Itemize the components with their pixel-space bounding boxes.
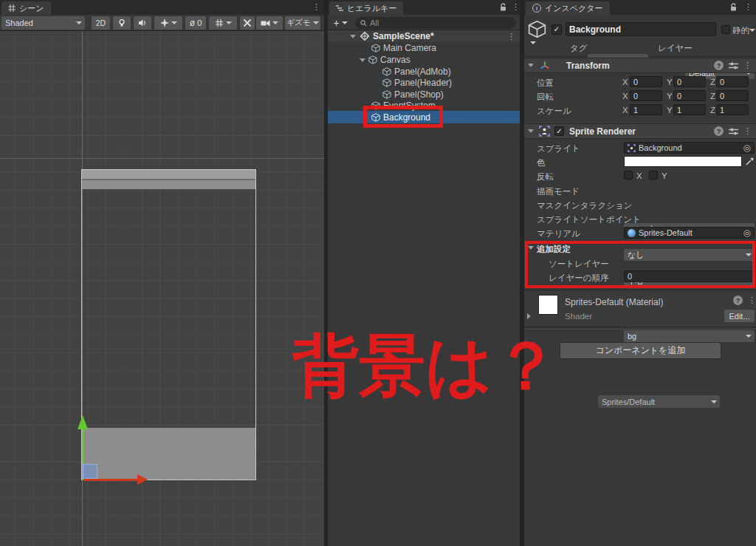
create-object-button[interactable]: + [331, 17, 349, 29]
effects-dropdown-button[interactable] [154, 16, 182, 30]
help-icon[interactable]: ? [733, 296, 743, 305]
presets-icon[interactable] [729, 61, 738, 70]
background-sprite[interactable] [82, 428, 255, 480]
tab-scene[interactable]: シーン [1, 1, 51, 15]
axis-x-label: X [622, 106, 628, 115]
sprite-object-field[interactable]: Background [624, 142, 755, 154]
hierarchy-row-panel-header[interactable]: Panel(Header) [328, 77, 520, 89]
rotation-y-field[interactable]: 0 [673, 90, 706, 101]
rotation-z-field[interactable]: 0 [716, 90, 749, 101]
visibility-toggle-button[interactable]: ø0 [185, 16, 206, 30]
static-checkbox[interactable] [721, 25, 730, 34]
sort-point-label: スプライトソートポイント [537, 214, 641, 225]
position-z-field[interactable]: 0 [716, 76, 749, 87]
camera-icon [261, 19, 270, 27]
position-label: 位置 [537, 78, 554, 89]
flip-x-checkbox[interactable] [624, 171, 633, 180]
gameobject-name-field[interactable]: Background [566, 22, 716, 36]
material-object-field[interactable]: Sprites-Default [624, 227, 755, 239]
toggle-2d-button[interactable]: 2D [92, 16, 110, 30]
presets-icon[interactable] [729, 127, 738, 136]
chevron-down-icon [272, 21, 278, 24]
chevron-expand-icon[interactable] [350, 35, 356, 38]
gizmos-dropdown-button[interactable]: ギズモ [285, 16, 320, 30]
gameobject-icon-chevron[interactable] [530, 41, 536, 44]
hierarchy-row-main-camera[interactable]: Main Camera [328, 42, 520, 54]
position-y-field[interactable]: 0 [673, 76, 706, 87]
chevron-expand-icon[interactable] [528, 64, 534, 67]
material-preview-swatch[interactable] [538, 295, 558, 315]
hierarchy-row-canvas[interactable]: Canvas [328, 54, 520, 66]
sprite-renderer-enabled-checkbox[interactable]: ✓ [554, 126, 564, 136]
color-swatch[interactable] [624, 156, 742, 167]
object-picker-icon[interactable] [743, 228, 751, 237]
eyedropper-icon[interactable] [745, 157, 755, 166]
grid-snap-icon [215, 18, 224, 27]
hierarchy-menu-icon[interactable] [512, 3, 520, 11]
object-picker-icon[interactable] [743, 143, 751, 152]
effects-icon [160, 18, 169, 27]
flip-y-checkbox[interactable] [649, 171, 658, 180]
scene-row-menu-icon[interactable] [507, 33, 515, 41]
tab-inspector-label: インスペクター [545, 3, 603, 14]
shading-mode-dropdown[interactable]: Shaded [1, 16, 85, 30]
lighting-toggle-button[interactable] [113, 16, 131, 30]
axis-y-label: Y [667, 106, 673, 115]
unity-editor: シーン Shaded 2D ø0 ギズモ [0, 0, 756, 546]
shader-edit-button[interactable]: Edit... [724, 310, 755, 322]
sorting-layer-dropdown[interactable]: bg [624, 330, 755, 342]
tool-settings-button[interactable] [240, 16, 255, 30]
help-icon[interactable]: ? [714, 61, 724, 70]
scale-z-field[interactable]: 1 [716, 104, 749, 115]
gizmo-xy-plane-handle[interactable] [83, 464, 97, 479]
position-x-field[interactable]: 0 [630, 76, 662, 87]
sprite-renderer-menu-icon[interactable] [743, 127, 752, 135]
chevron-collapsed-icon[interactable] [527, 313, 531, 319]
inspector-menu-icon[interactable] [744, 3, 752, 11]
scene-menu-icon[interactable] [312, 3, 320, 11]
active-checkbox[interactable]: ✓ [551, 24, 562, 35]
material-section-title: Sprites-Default (Material) [565, 297, 663, 307]
camera-dropdown-button[interactable] [256, 16, 283, 30]
mask-interaction-label: マスクインタラクション [537, 200, 632, 211]
lightbulb-icon [117, 18, 126, 27]
chevron-expand-icon[interactable] [528, 129, 534, 133]
scene-viewport[interactable] [0, 31, 324, 546]
axis-y-label: Y [667, 78, 673, 86]
rotation-x-field[interactable]: 0 [630, 90, 662, 101]
transform-menu-icon[interactable] [743, 61, 752, 69]
highlight-box-additional-settings [525, 241, 755, 288]
hierarchy-row-scene[interactable]: SampleScene* [328, 30, 520, 42]
panel-header-bar [82, 180, 255, 189]
hierarchy-row-panel-shop[interactable]: Panel(Shop) [328, 89, 520, 100]
shader-dropdown[interactable]: Sprites/Default [598, 395, 720, 408]
cube-icon [382, 67, 391, 76]
scale-y-field[interactable]: 1 [673, 104, 706, 115]
scale-x-field[interactable]: 1 [630, 104, 662, 115]
add-component-button[interactable]: コンポーネントを追加 [560, 342, 721, 359]
tab-hierarchy[interactable]: ヒエラルキー [329, 1, 403, 15]
axis-z-label: Z [710, 78, 715, 86]
static-chevron-icon[interactable] [749, 29, 755, 32]
sprite-renderer-header[interactable]: ✓ Sprite Renderer ? [524, 123, 756, 139]
visibility-count: 0 [197, 18, 202, 27]
hierarchy-search-input[interactable]: All [355, 17, 515, 29]
chevron-expand-icon[interactable] [360, 58, 365, 62]
gizmos-label: ギズモ [286, 18, 310, 28]
info-icon: i [532, 4, 541, 13]
gizmo-x-axis-arrow [137, 474, 148, 485]
hierarchy-row-panel-admob[interactable]: Panel(AdMob) [328, 66, 520, 78]
tab-hierarchy-label: ヒエラルキー [347, 3, 396, 14]
axis-y-label: Y [667, 92, 673, 100]
transform-header[interactable]: Transform ? [524, 58, 756, 73]
audio-toggle-button[interactable] [134, 16, 151, 30]
gameobject-name: Background [569, 24, 621, 35]
gizmo-x-axis-shaft[interactable] [83, 479, 138, 481]
material-menu-icon[interactable] [748, 296, 756, 304]
lock-icon[interactable] [729, 3, 738, 12]
help-icon[interactable]: ? [714, 126, 724, 136]
shading-mode-label: Shaded [5, 18, 33, 27]
grid-snap-dropdown-button[interactable] [209, 16, 237, 30]
tab-inspector[interactable]: i インスペクター [526, 1, 610, 15]
lock-icon[interactable] [499, 3, 507, 12]
